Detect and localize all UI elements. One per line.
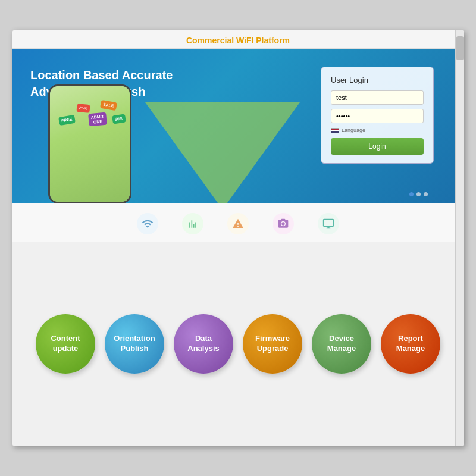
- scrollbar-thumb[interactable]: [456, 36, 464, 60]
- dot-1[interactable]: [409, 192, 414, 196]
- monitor-icon: [318, 213, 339, 234]
- wifi-icon: [137, 213, 158, 234]
- banner-section: Location Based Accurate Advertisement Pu…: [12, 49, 464, 203]
- feature-data-analysis[interactable]: DataAnalysis: [174, 314, 233, 374]
- language-selector[interactable]: Language: [331, 127, 424, 133]
- camera-icon: [273, 213, 294, 234]
- tag-25: 25%: [76, 104, 90, 113]
- dot-2[interactable]: [416, 192, 421, 196]
- icon-warning[interactable]: [227, 213, 249, 234]
- scrollbar[interactable]: [455, 30, 464, 446]
- warning-icon: [227, 213, 249, 234]
- phone-mockup: FREE 25% ADMITONE SALE 50%: [48, 84, 131, 203]
- dot-3[interactable]: [424, 192, 428, 196]
- app-title: Commercial WiFI Platform: [186, 36, 290, 45]
- icon-wifi[interactable]: [137, 213, 158, 234]
- password-input[interactable]: [331, 109, 424, 123]
- phone-map: [50, 86, 130, 202]
- bar-chart-icon: [182, 213, 203, 234]
- features-section: Contentupdate OrientationPublish DataAna…: [12, 242, 464, 446]
- green-arrow: [145, 102, 300, 203]
- flag-icon: [331, 128, 339, 133]
- icon-monitor[interactable]: [318, 213, 339, 234]
- tag-one: ADMITONE: [88, 112, 107, 127]
- feature-content-update[interactable]: Contentupdate: [36, 314, 95, 374]
- feature-device-manage[interactable]: DeviceManage: [312, 314, 371, 374]
- app-header: Commercial WiFI Platform: [12, 30, 464, 49]
- feature-report-manage[interactable]: ReportManage: [381, 314, 440, 374]
- pagination-dots: [409, 192, 428, 196]
- app-window: Commercial WiFI Platform Location Based …: [12, 30, 464, 446]
- icon-camera[interactable]: [273, 213, 294, 234]
- username-input[interactable]: [331, 90, 424, 105]
- login-button[interactable]: Login: [331, 138, 424, 155]
- feature-orientation-publish[interactable]: OrientationPublish: [105, 314, 164, 374]
- login-box: User Login Language Login: [321, 67, 434, 164]
- icons-row: [12, 203, 464, 242]
- login-title: User Login: [331, 76, 424, 84]
- icon-bar-chart[interactable]: [182, 213, 203, 234]
- phone-screen: FREE 25% ADMITONE SALE 50%: [50, 86, 130, 202]
- feature-firmware-upgrade[interactable]: FirmwareUpgrade: [243, 314, 302, 374]
